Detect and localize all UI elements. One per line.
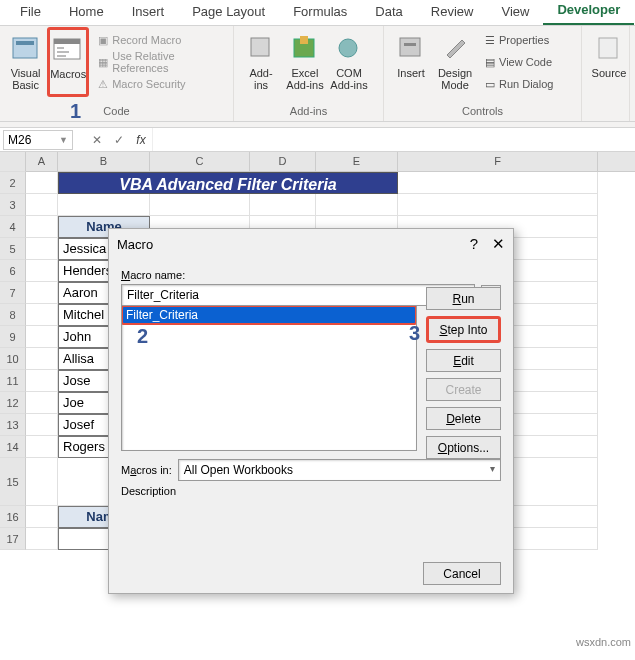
properties-button[interactable]: ☰ Properties (482, 29, 556, 51)
ribbon-group-xml: Source (582, 26, 630, 121)
row-9[interactable]: 9 (0, 326, 26, 348)
record-macro-icon: ▣ (98, 34, 108, 47)
tab-developer[interactable]: Developer (543, 0, 634, 25)
macro-security-icon: ⚠ (98, 78, 108, 91)
run-button[interactable]: Run (426, 287, 501, 310)
tab-file[interactable]: File (6, 0, 55, 25)
enter-formula-icon[interactable]: ✓ (108, 133, 130, 147)
svg-rect-11 (400, 38, 420, 56)
formula-input[interactable] (152, 128, 635, 151)
svg-rect-12 (404, 43, 416, 46)
step-into-button[interactable]: Step Into (426, 316, 501, 343)
record-macro-button[interactable]: ▣ Record Macro (95, 29, 227, 51)
col-E[interactable]: E (316, 152, 398, 171)
macros-in-value: All Open Workbooks (184, 463, 293, 477)
svg-rect-7 (251, 38, 269, 56)
macros-button[interactable]: Macros (47, 27, 89, 97)
macro-list[interactable]: Filter_Criteria (121, 305, 417, 451)
options-button[interactable]: Options... (426, 436, 501, 459)
macro-name-label: Macro name: (121, 269, 501, 281)
run-dialog-button[interactable]: ▭ Run Dialog (482, 73, 556, 95)
row-7[interactable]: 7 (0, 282, 26, 304)
ribbon: Visual Basic Macros ▣ Record Macro ▦ Use… (0, 26, 635, 122)
row-10[interactable]: 10 (0, 348, 26, 370)
formula-bar: M26 ▼ ✕ ✓ fx (0, 128, 635, 152)
column-headers: A B C D E F (0, 152, 635, 172)
row-6[interactable]: 6 (0, 260, 26, 282)
delete-button[interactable]: Delete (426, 407, 501, 430)
help-icon[interactable]: ? (470, 235, 478, 253)
row-12[interactable]: 12 (0, 392, 26, 414)
run-dialog-icon: ▭ (485, 78, 495, 91)
create-button: Create (426, 378, 501, 401)
source-icon (592, 31, 626, 65)
addins-button[interactable]: Add- ins (240, 29, 282, 99)
visual-basic-button[interactable]: Visual Basic (6, 29, 45, 99)
dialog-titlebar: Macro ? ✕ (109, 229, 513, 259)
title-banner[interactable]: VBA Advanced Filter Criteria (58, 172, 398, 194)
close-icon[interactable]: ✕ (492, 235, 505, 253)
row-2[interactable]: 2 (0, 172, 26, 194)
col-B[interactable]: B (58, 152, 150, 171)
annotation-3: 3 (409, 322, 420, 345)
macro-dialog: Macro ? ✕ Macro name: Filter_Criteria ▲ … (108, 228, 514, 594)
edit-button[interactable]: Edit (426, 349, 501, 372)
tab-pagelayout[interactable]: Page Layout (178, 0, 279, 25)
row-4[interactable]: 4 (0, 216, 26, 238)
excel-addins-button[interactable]: Excel Add-ins (284, 29, 326, 99)
com-addins-icon (332, 31, 366, 65)
svg-rect-14 (599, 38, 617, 58)
macros-label: Macros (50, 68, 86, 80)
tab-insert[interactable]: Insert (118, 0, 179, 25)
macros-in-label: Macros in: (121, 464, 172, 476)
col-C[interactable]: C (150, 152, 250, 171)
row-17[interactable]: 17 (0, 528, 26, 550)
com-addins-button[interactable]: COM Add-ins (328, 29, 370, 99)
tab-view[interactable]: View (487, 0, 543, 25)
ribbon-group-controls: Insert Design Mode ☰ Properties ▤ View C… (384, 26, 582, 121)
addins-label: Add- ins (249, 67, 272, 91)
macros-in-select[interactable]: All Open Workbooks ▾ (178, 459, 501, 481)
row-5[interactable]: 5 (0, 238, 26, 260)
visual-basic-icon (9, 31, 43, 65)
macro-security-button[interactable]: ⚠ Macro Security (95, 73, 227, 95)
row-13[interactable]: 13 (0, 414, 26, 436)
annotation-1: 1 (70, 100, 81, 123)
tab-formulas[interactable]: Formulas (279, 0, 361, 25)
row-16[interactable]: 16 (0, 506, 26, 528)
tab-data[interactable]: Data (361, 0, 416, 25)
cancel-button[interactable]: Cancel (423, 562, 501, 585)
cell-F2[interactable] (398, 172, 598, 194)
svg-point-10 (339, 39, 357, 57)
insert-control-label: Insert (397, 67, 425, 79)
code-group-label: Code (6, 103, 227, 119)
tab-review[interactable]: Review (417, 0, 488, 25)
row-11[interactable]: 11 (0, 370, 26, 392)
cell-A2[interactable] (26, 172, 58, 194)
row-14[interactable]: 14 (0, 436, 26, 458)
row-15[interactable]: 15 (0, 458, 26, 506)
macro-name-input[interactable]: Filter_Criteria (121, 284, 475, 306)
tab-home[interactable]: Home (55, 0, 118, 25)
row-3[interactable]: 3 (0, 194, 26, 216)
view-code-button[interactable]: ▤ View Code (482, 51, 556, 73)
design-mode-button[interactable]: Design Mode (434, 29, 476, 99)
view-code-label: View Code (499, 56, 552, 68)
insert-control-button[interactable]: Insert (390, 29, 432, 99)
row-8[interactable]: 8 (0, 304, 26, 326)
excel-addins-icon (288, 31, 322, 65)
col-F[interactable]: F (398, 152, 598, 171)
svg-rect-5 (57, 51, 69, 53)
col-A[interactable]: A (26, 152, 58, 171)
fx-icon[interactable]: fx (130, 133, 152, 147)
source-button[interactable]: Source (588, 29, 630, 99)
design-mode-label: Design Mode (438, 67, 472, 91)
name-box[interactable]: M26 ▼ (3, 130, 73, 150)
cancel-formula-icon[interactable]: ✕ (86, 133, 108, 147)
select-all-corner[interactable] (0, 152, 26, 172)
ribbon-tabs: File Home Insert Page Layout Formulas Da… (0, 0, 635, 26)
relative-refs-button[interactable]: ▦ Use Relative References (95, 51, 227, 73)
run-dialog-label: Run Dialog (499, 78, 553, 90)
col-D[interactable]: D (250, 152, 316, 171)
macro-list-item[interactable]: Filter_Criteria (122, 306, 416, 324)
